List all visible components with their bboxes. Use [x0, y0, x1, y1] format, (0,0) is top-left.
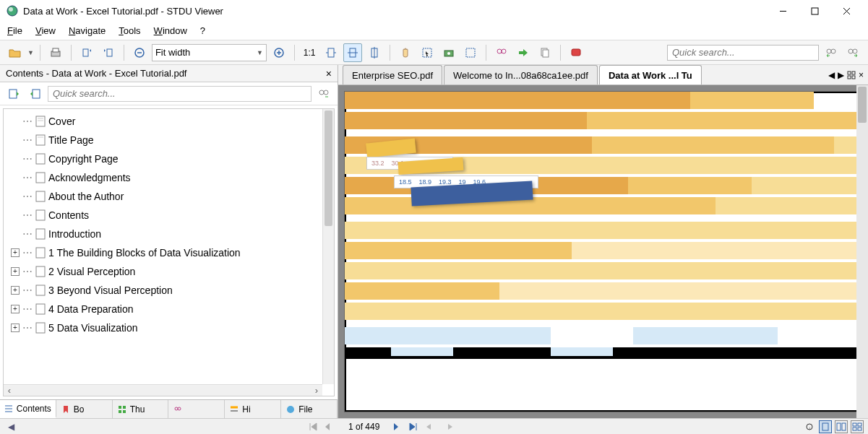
brightness-button[interactable]: [803, 420, 816, 433]
zoom-in-button[interactable]: [270, 43, 288, 62]
layout-single-button[interactable]: [819, 420, 832, 433]
search-prev-button[interactable]: [822, 43, 841, 62]
sidebar-tabs: Contents Bo Thu Hi File: [0, 399, 338, 418]
zoom-actual-button[interactable]: 1:1: [301, 48, 319, 58]
chevron-down-icon[interactable]: ▼: [254, 49, 266, 56]
copy-button[interactable]: [536, 43, 554, 62]
hand-tool-button[interactable]: [396, 43, 415, 62]
menu-navigate[interactable]: Navigate: [69, 25, 106, 36]
svg-rect-72: [822, 423, 828, 430]
sidebar-scrollbar[interactable]: [322, 109, 334, 384]
tab-grid-button[interactable]: [847, 71, 856, 79]
tab-thumbnails[interactable]: Thu: [113, 400, 169, 418]
svg-rect-61: [123, 410, 126, 413]
titlebar: Data at Work - Excel Tutorial.pdf - STDU…: [0, 0, 868, 22]
tree-item[interactable]: ⋯Introduction: [4, 225, 322, 243]
sidebar-toolbar: [0, 82, 338, 105]
doc-tab[interactable]: Enterprise SEO.pdf: [343, 65, 442, 84]
expand-icon[interactable]: +: [11, 267, 20, 276]
expand-icon[interactable]: +: [11, 305, 20, 313]
svg-rect-59: [123, 406, 126, 409]
sidebar-title-bar: Contents - Data at Work - Excel Tutorial…: [0, 65, 338, 82]
tab-bookmarks[interactable]: Bo: [56, 400, 113, 418]
tree-item[interactable]: +⋯1 The Building Blocks of Data Visualiz…: [4, 243, 322, 262]
sidebar-search-input[interactable]: [48, 86, 311, 102]
next-page-button[interactable]: [390, 420, 403, 433]
tree-item[interactable]: ⋯Title Page: [4, 131, 322, 149]
tree-item[interactable]: ⋯Acknowledgments: [4, 168, 322, 187]
zoom-out-button[interactable]: [130, 43, 149, 62]
fit-height-button[interactable]: [365, 43, 384, 62]
svg-rect-74: [842, 423, 846, 430]
tab-close-button[interactable]: ×: [859, 70, 864, 80]
fit-width-button[interactable]: [322, 43, 340, 62]
tree-item[interactable]: +⋯4 Data Preparation: [4, 300, 322, 318]
svg-point-33: [831, 49, 835, 53]
minimize-button[interactable]: [767, 0, 799, 22]
svg-rect-36: [9, 90, 17, 98]
expand-icon[interactable]: +: [11, 248, 20, 257]
svg-rect-50: [36, 248, 45, 258]
svg-rect-15: [328, 48, 334, 57]
expand-icon[interactable]: +: [11, 286, 20, 295]
svg-rect-53: [36, 304, 45, 314]
tree-item[interactable]: ⋯About the Author: [4, 187, 322, 206]
layout-grid-button[interactable]: [851, 420, 864, 433]
fit-page-button[interactable]: [343, 43, 362, 62]
menu-file[interactable]: File: [7, 25, 22, 36]
last-page-button[interactable]: [407, 420, 420, 433]
quick-search-input[interactable]: [667, 45, 819, 61]
tab-next-button[interactable]: ▶: [838, 70, 844, 80]
viewer-scrollbar[interactable]: [856, 85, 868, 418]
history-back-button[interactable]: [424, 420, 437, 433]
prev-page-button[interactable]: [321, 420, 334, 433]
menu-view[interactable]: View: [35, 25, 56, 36]
page-viewer[interactable]: 33.230.126.8 18.518.919.31919.6: [338, 85, 868, 418]
rotate-right-button[interactable]: [99, 43, 118, 62]
tree-item[interactable]: ⋯Contents: [4, 206, 322, 225]
goto-button[interactable]: [514, 43, 533, 62]
search-next-button[interactable]: [843, 43, 862, 62]
expand-all-button[interactable]: [4, 84, 23, 103]
close-button[interactable]: [830, 0, 862, 22]
menu-tools[interactable]: Tools: [119, 25, 140, 36]
open-button[interactable]: [6, 43, 25, 62]
text-select-button[interactable]: [461, 43, 480, 62]
collapse-all-button[interactable]: [26, 84, 45, 103]
sidebar: Contents - Data at Work - Excel Tutorial…: [0, 65, 338, 418]
first-page-button[interactable]: [306, 420, 319, 433]
tree-item[interactable]: ⋯Cover: [4, 112, 322, 131]
rotate-left-button[interactable]: [77, 43, 96, 62]
select-tool-button[interactable]: [418, 43, 437, 62]
tree-item[interactable]: ⋯Copyright Page: [4, 149, 322, 168]
history-forward-button[interactable]: [442, 420, 455, 433]
zoom-selector[interactable]: Fit width ▼: [152, 44, 267, 61]
main-toolbar: ▼ Fit width ▼ 1:1: [0, 40, 868, 65]
bookmark-button[interactable]: [567, 43, 585, 62]
print-button[interactable]: [46, 43, 65, 62]
tab-search[interactable]: [168, 400, 225, 418]
sidebar-close-button[interactable]: ×: [326, 68, 332, 79]
sidebar-hscrollbar[interactable]: ‹›: [4, 384, 322, 396]
tab-prev-button[interactable]: ◀: [828, 70, 835, 80]
sidebar-search-button[interactable]: [314, 84, 333, 103]
tree-item[interactable]: +⋯2 Visual Perception: [4, 262, 322, 281]
doc-tab-active[interactable]: Data at Work ...l Tu: [599, 65, 702, 84]
layout-double-button[interactable]: [835, 420, 848, 433]
dropdown-arrow-icon[interactable]: ▼: [27, 49, 34, 56]
snapshot-button[interactable]: [439, 43, 458, 62]
expand-icon[interactable]: +: [11, 324, 20, 332]
maximize-button[interactable]: [799, 0, 830, 22]
svg-point-66: [287, 406, 294, 413]
tab-contents[interactable]: Contents: [0, 400, 56, 418]
tab-files[interactable]: File: [281, 400, 338, 418]
tab-highlight[interactable]: Hi: [225, 400, 281, 418]
find-button[interactable]: [492, 43, 511, 62]
menu-help[interactable]: ?: [200, 25, 205, 36]
tree-item[interactable]: +⋯5 Data Visualization: [4, 318, 322, 337]
menu-window[interactable]: Window: [154, 25, 187, 36]
sidebar-collapse-button[interactable]: ◀: [4, 420, 17, 433]
doc-tab[interactable]: Welcome to In...08a68ca1ee.pdf: [444, 65, 598, 84]
tree-item[interactable]: +⋯3 Beyond Visual Perception: [4, 281, 322, 300]
svg-rect-43: [36, 135, 45, 145]
